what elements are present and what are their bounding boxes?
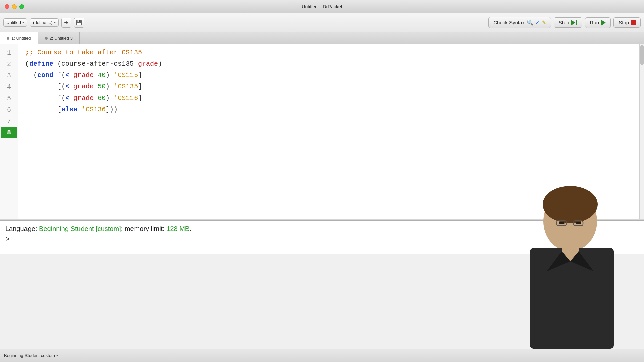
code-editor[interactable]: ;; Course to take after CS135 (define (c… bbox=[18, 44, 644, 219]
language-label: Beginning Student custom bbox=[4, 353, 55, 358]
line-num-8: 8 bbox=[1, 127, 17, 138]
title-bar: Untitled – DrRacket bbox=[0, 0, 644, 13]
repl-status-suffix: . bbox=[190, 225, 192, 232]
repl-language-name: Beginning Student [custom] bbox=[39, 225, 121, 232]
tab-dot-2 bbox=[45, 37, 48, 40]
untitled-dropdown[interactable]: Untitled ▾ bbox=[3, 18, 27, 27]
untitled-label: Untitled bbox=[6, 20, 21, 25]
magnifier-icon: 🔍 bbox=[527, 19, 533, 26]
repl-language-prefix: Language: bbox=[5, 225, 39, 232]
status-bar: Beginning Student custom ▾ bbox=[0, 349, 644, 362]
define-arrow-icon: ▾ bbox=[54, 21, 56, 24]
line-num-6: 6 bbox=[0, 104, 18, 115]
language-selector[interactable]: Beginning Student custom ▾ bbox=[4, 353, 58, 358]
step-play-icon bbox=[571, 20, 577, 25]
untitled-arrow-icon: ▾ bbox=[22, 21, 24, 24]
toolbar-right: Check Syntax 🔍 ✓ ✎ Step Run Stop bbox=[488, 17, 641, 28]
run-play-icon bbox=[601, 20, 606, 26]
tab-untitled-1[interactable]: 1: Untitled bbox=[0, 32, 38, 44]
tab-bar: 1: Untitled 2: Untitled 3 bbox=[0, 32, 644, 44]
svg-marker-10 bbox=[570, 251, 594, 272]
code-comment-1: ;; Course to take after CS135 bbox=[25, 47, 142, 58]
repl-prompt[interactable]: > bbox=[5, 235, 639, 244]
forward-arrow-icon: ➜ bbox=[64, 19, 68, 26]
code-line-4: [(< grade 50) 'CS135] bbox=[25, 81, 637, 93]
language-dropdown-arrow-icon: ▾ bbox=[56, 354, 58, 357]
code-line-3: (cond [(< grade 40) 'CS115] bbox=[25, 70, 637, 81]
check-syntax-button[interactable]: Check Syntax 🔍 ✓ ✎ bbox=[488, 17, 551, 28]
repl-memory-value: 128 MB bbox=[166, 225, 190, 232]
window-controls bbox=[5, 4, 24, 9]
line-num-5: 5 bbox=[0, 93, 18, 104]
line-num-2: 2 bbox=[0, 58, 18, 70]
code-line-2: (define (course-after-cs135 grade) bbox=[25, 58, 637, 70]
step-button[interactable]: Step bbox=[554, 17, 582, 28]
step-label: Step bbox=[559, 20, 569, 25]
line-num-4: 4 bbox=[0, 81, 18, 93]
code-line-5: [(< grade 60) 'CS116] bbox=[25, 93, 637, 104]
check-syntax-label: Check Syntax bbox=[493, 20, 525, 25]
repl-area[interactable]: Language: Beginning Student [custom]; me… bbox=[0, 221, 644, 254]
close-button[interactable] bbox=[5, 4, 9, 9]
minimize-button[interactable] bbox=[12, 4, 17, 9]
repl-status-bar: Language: Beginning Student [custom]; me… bbox=[5, 225, 639, 233]
define-dropdown[interactable]: (define ...) ▾ bbox=[30, 18, 59, 27]
repl-prompt-symbol: > bbox=[5, 235, 10, 244]
tab-label-2: 2: Untitled 3 bbox=[50, 36, 73, 41]
checkmark-icon: ✓ bbox=[535, 19, 540, 26]
code-line-6: [else 'CS136])) bbox=[25, 104, 637, 115]
define-label: (define ...) bbox=[33, 20, 53, 25]
line-num-1: 1 bbox=[0, 47, 18, 58]
tab-dot-1 bbox=[7, 37, 9, 40]
line-num-3: 3 bbox=[0, 70, 18, 81]
editor-area: 1 2 3 4 5 6 7 8 ;; Course to take after … bbox=[0, 44, 644, 219]
svg-marker-9 bbox=[547, 251, 570, 272]
run-label: Run bbox=[590, 20, 599, 25]
code-line-7 bbox=[25, 115, 637, 127]
repl-memory-prefix: ; memory limit: bbox=[121, 225, 167, 232]
maximize-button[interactable] bbox=[19, 4, 24, 9]
pencil-icon: ✎ bbox=[542, 19, 546, 26]
editor-scrollbar[interactable] bbox=[639, 44, 644, 219]
tab-label-1: 1: Untitled bbox=[11, 36, 31, 41]
forward-icon-button[interactable]: ➜ bbox=[61, 18, 71, 28]
stop-button[interactable]: Stop bbox=[613, 17, 641, 28]
scrollbar-thumb[interactable] bbox=[640, 45, 644, 65]
toolbar: Untitled ▾ (define ...) ▾ ➜ 💾 Check Synt… bbox=[0, 13, 644, 32]
save-icon-button[interactable]: 💾 bbox=[74, 18, 84, 28]
window-title: Untitled – DrRacket bbox=[302, 4, 342, 9]
stop-label: Stop bbox=[619, 20, 629, 25]
code-line-1: ;; Course to take after CS135 bbox=[25, 47, 637, 58]
save-disk-icon: 💾 bbox=[76, 20, 82, 26]
line-num-7: 7 bbox=[0, 115, 18, 127]
code-line-8[interactable] bbox=[25, 127, 637, 138]
tab-untitled-3[interactable]: 2: Untitled 3 bbox=[38, 32, 80, 44]
stop-square-icon bbox=[631, 20, 636, 25]
line-numbers: 1 2 3 4 5 6 7 8 bbox=[0, 44, 18, 219]
svg-rect-2 bbox=[530, 248, 614, 349]
run-button[interactable]: Run bbox=[585, 17, 611, 28]
